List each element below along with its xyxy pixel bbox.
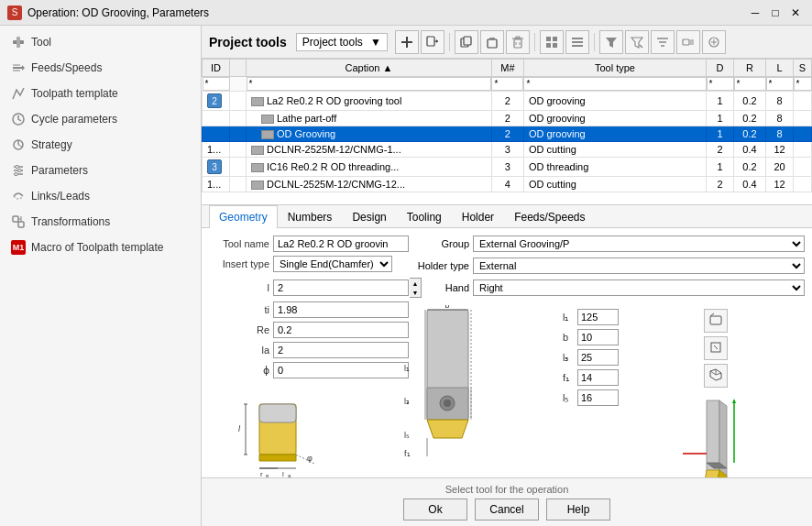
sidebar-item-feeds[interactable]: Feeds/Speeds [0, 55, 201, 81]
row-type-icon [251, 181, 264, 190]
tab-holder[interactable]: Holder [452, 205, 504, 228]
tool-name-input[interactable] [273, 236, 409, 252]
tool-3d-svg [679, 399, 752, 477]
filter-r[interactable] [734, 77, 766, 91]
sidebar-item-tool[interactable]: Tool [0, 29, 201, 55]
view-btn1[interactable] [540, 30, 564, 54]
filter-btn5[interactable] [702, 30, 726, 54]
close-button[interactable]: ✕ [786, 4, 805, 22]
isometric-button[interactable] [704, 364, 728, 388]
params-right: Group External Grooving/P Holder type Ex… [400, 236, 805, 470]
svg-rect-29 [516, 37, 520, 38]
filter-btn4[interactable] [676, 30, 700, 54]
sidebar-item-transformations[interactable]: Transformations [0, 209, 201, 235]
filter-d[interactable] [707, 77, 734, 91]
paste-button[interactable] [480, 30, 504, 54]
svg-marker-39 [606, 38, 617, 48]
ti-input[interactable] [273, 301, 409, 318]
phi-row: ϕ [209, 362, 392, 378]
zoom-fit-button[interactable] [704, 336, 728, 360]
sidebar-item-macro[interactable]: M1 Macro of Toolpath template [0, 235, 201, 260]
maximize-button[interactable]: □ [766, 4, 785, 22]
col-header-d: D [707, 60, 734, 77]
svg-point-70 [444, 400, 451, 407]
tab-numbers[interactable]: Numbers [278, 205, 343, 228]
l-input[interactable] [273, 279, 409, 296]
holder-type-select[interactable]: External [473, 258, 805, 274]
col-header-m: M# [491, 60, 523, 77]
view-btn2[interactable] [565, 30, 589, 54]
svg-rect-35 [553, 43, 557, 48]
f1-input[interactable] [577, 369, 619, 386]
sidebar-label-feeds: Feeds/Speeds [31, 61, 102, 74]
sidebar-item-links[interactable]: Links/Leads [0, 183, 201, 209]
svg-rect-32 [546, 37, 551, 41]
l5-input[interactable] [577, 389, 619, 406]
svg-text:l₅: l₅ [404, 431, 410, 440]
button-row: Ok Cancel Help [213, 499, 801, 521]
ok-button[interactable]: Ok [403, 499, 467, 521]
svg-text:l: l [238, 424, 241, 433]
help-button[interactable]: Help [546, 499, 610, 521]
group-select[interactable]: External Grooving/P [473, 236, 805, 252]
table-row[interactable]: OD Grooving2OD grooving10.28 [203, 126, 812, 142]
dim-values: l₁ l₃ l₅ f₁ b [400, 305, 555, 477]
table-row[interactable]: 3IC16 Re0.2 R OD threading...3OD threadi… [203, 158, 812, 177]
table-row[interactable]: Lathe part-off2OD grooving10.28 [203, 111, 812, 126]
filter-l[interactable] [766, 77, 794, 91]
insert-type-select[interactable]: Single End(Chamfer) [273, 256, 392, 272]
svg-rect-33 [553, 37, 557, 41]
la-input[interactable] [273, 342, 409, 358]
tab-tooling[interactable]: Tooling [397, 205, 452, 228]
sidebar: Tool Feeds/Speeds Toolpath template Cycl… [0, 26, 202, 526]
filter-btn2[interactable] [625, 30, 649, 54]
toolbar: Project tools Project tools ▼ [202, 26, 812, 59]
sidebar-item-strategy[interactable]: Strategy [0, 132, 201, 158]
tools-table-container[interactable]: ID Caption ▲ M# Tool type D R L S [202, 59, 812, 205]
table-row[interactable]: 1...DCLNR-2525M-12/CNMG-1...3OD cutting2… [203, 142, 812, 158]
table-row[interactable]: 1...DCLNL-2525M-12/CNMG-12...4OD cutting… [203, 177, 812, 192]
separator3 [594, 33, 595, 51]
tab-design[interactable]: Design [342, 205, 396, 228]
macro-badge-icon: M1 [11, 240, 26, 255]
filter-caption[interactable] [247, 77, 492, 91]
add-tool-button[interactable] [395, 30, 419, 54]
filter-btn3[interactable] [651, 30, 675, 54]
l-row: l ▲ ▼ [209, 278, 392, 298]
minimize-button[interactable]: ─ [746, 4, 764, 22]
la-row: la [209, 342, 392, 358]
tab-geometry[interactable]: Geometry [209, 205, 278, 228]
separator1 [449, 33, 450, 51]
table-row[interactable]: 2La2 Re0.2 R OD grooving tool2OD groovin… [203, 92, 812, 111]
b-input[interactable] [577, 329, 619, 345]
import-button[interactable] [421, 30, 444, 54]
sidebar-item-cycle[interactable]: Cycle parameters [0, 106, 201, 132]
filter-btn1[interactable] [599, 30, 623, 54]
project-tools-dropdown[interactable]: Project tools ▼ [296, 33, 388, 51]
col-header-caption[interactable]: Caption ▲ [247, 60, 492, 77]
insert-type-row: Insert type Single End(Chamfer) [209, 256, 392, 272]
filter-s[interactable] [794, 77, 812, 91]
tab-feeds[interactable]: Feeds/Speeds [504, 205, 595, 228]
view-3d-button[interactable] [704, 309, 728, 333]
links-icon [11, 189, 26, 203]
sidebar-label-parameters: Parameters [31, 164, 88, 177]
copy-button[interactable] [455, 30, 478, 54]
phi-input[interactable] [273, 362, 409, 378]
filter-id[interactable] [203, 77, 230, 91]
col-header-tooltype: Tool type [523, 60, 706, 77]
l1-input[interactable] [577, 309, 619, 325]
filter-m[interactable] [491, 77, 523, 91]
filter-tooltype[interactable] [523, 77, 706, 91]
sidebar-item-parameters[interactable]: Parameters [0, 158, 201, 183]
tool-3d-area [626, 305, 805, 477]
zoom-fit-icon [708, 340, 723, 355]
l5-label: l₅ [563, 392, 576, 404]
re-input[interactable] [273, 322, 409, 338]
l3-input[interactable] [577, 349, 619, 366]
insert-type-label: Insert type [209, 258, 273, 269]
delete-button[interactable] [506, 30, 530, 54]
cancel-button[interactable]: Cancel [475, 499, 539, 521]
sidebar-item-toolpath[interactable]: Toolpath template [0, 81, 201, 106]
hand-select[interactable]: Right [473, 279, 805, 296]
